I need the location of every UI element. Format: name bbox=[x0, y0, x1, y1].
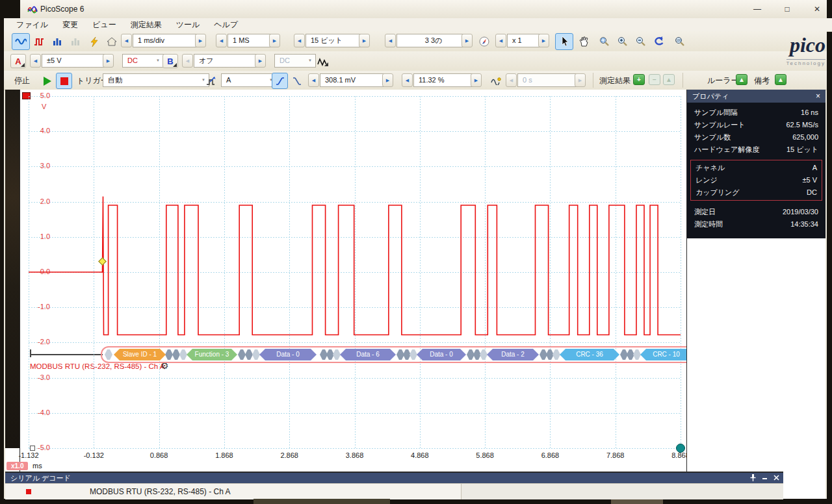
signal-generator-button[interactable] bbox=[313, 53, 332, 70]
timebase-prev-arrow[interactable]: ◀ bbox=[121, 34, 132, 47]
buffer-position-field[interactable]: 3 3の bbox=[396, 34, 471, 47]
axis-offset-handle[interactable] bbox=[30, 446, 35, 451]
add-measurement-button[interactable]: + bbox=[633, 74, 645, 85]
menu-item-3[interactable]: 測定結果 bbox=[124, 18, 169, 31]
trigger-marker-diamond[interactable] bbox=[98, 257, 107, 266]
trigger-level-down-arrow[interactable]: ◀ bbox=[308, 73, 319, 87]
serial-decode-tab[interactable]: MODBUS RTU (RS-232, RS-485) - Ch A bbox=[5, 484, 462, 499]
falling-edge-button[interactable] bbox=[289, 73, 305, 89]
range-b-select[interactable]: オフ ▼ bbox=[194, 54, 264, 68]
hand-tool-button[interactable] bbox=[575, 33, 593, 50]
timebase-select[interactable]: 1 ms/div ▼ bbox=[133, 34, 204, 47]
zoom-in-button[interactable] bbox=[614, 33, 632, 50]
decode-frame-bubble[interactable]: Function - 3 bbox=[187, 349, 237, 360]
home-button[interactable] bbox=[103, 33, 121, 50]
marquee-zoom-button[interactable] bbox=[595, 33, 614, 50]
buffer-next-arrow[interactable]: ▶ bbox=[462, 34, 473, 47]
decode-frame-bubble[interactable]: Data - 0 bbox=[259, 349, 317, 360]
menu-item-5[interactable]: ヘルプ bbox=[207, 18, 245, 31]
decode-frame-bubble[interactable]: Data - 2 bbox=[487, 349, 539, 360]
decode-frame-bubble[interactable]: CRC - 36 bbox=[560, 349, 619, 360]
pretrigger-up-arrow[interactable]: ▶ bbox=[471, 73, 482, 87]
delay-up-arrow: ▶ bbox=[575, 73, 586, 87]
spectrum-bars-icon bbox=[53, 37, 62, 46]
toolbar-separator bbox=[593, 73, 593, 88]
menu-item-2[interactable]: ビュー bbox=[85, 18, 124, 31]
menu-item-1[interactable]: 変更 bbox=[55, 18, 85, 31]
buffer-navigator-button[interactable] bbox=[476, 33, 492, 49]
x-axis-label: 4.868 bbox=[400, 451, 439, 459]
timebase-next-arrow[interactable]: ▶ bbox=[195, 34, 206, 47]
decode-frame-bubble[interactable]: CRC - 10 bbox=[640, 349, 692, 360]
property-row: レンジ±5 V bbox=[691, 174, 822, 186]
zoom-factor-value: x 1 bbox=[512, 36, 522, 44]
resolution-next-arrow[interactable]: ▶ bbox=[359, 34, 370, 47]
resolution-prev-arrow[interactable]: ◀ bbox=[294, 34, 305, 47]
decode-frame-bubble[interactable]: Slave ID - 1 bbox=[114, 349, 166, 360]
trigger-level-up-arrow[interactable]: ▶ bbox=[382, 73, 393, 87]
serial-decode-header[interactable]: シリアル デコード bbox=[5, 473, 783, 483]
scope-plot[interactable]: MODBUS RTU (RS-232, RS-485) - Ch A ⚙ 5.0… bbox=[20, 90, 687, 473]
close-icon[interactable] bbox=[774, 474, 779, 481]
trigger-delay-button[interactable] bbox=[488, 73, 504, 89]
trigger-mode-select[interactable]: 自動 ▼ bbox=[103, 73, 209, 87]
range-b-next-arrow[interactable]: ▶ bbox=[255, 54, 266, 68]
x-axis-multiplier-badge[interactable]: x1.0 bbox=[6, 462, 28, 470]
property-value: 625,000 bbox=[792, 131, 818, 144]
pointer-tool-button[interactable] bbox=[555, 33, 573, 50]
range-a-prev-arrow[interactable]: ◀ bbox=[30, 54, 41, 68]
samples-next-arrow[interactable]: ▶ bbox=[269, 34, 280, 47]
coupling-a-select[interactable]: DC ▼ bbox=[122, 54, 164, 68]
property-row: サンプルレート62.5 MS/s bbox=[687, 119, 826, 131]
rising-edge-button[interactable] bbox=[272, 73, 288, 89]
window-title: PicoScope 6 bbox=[40, 5, 84, 14]
y-axis-label: 2.0 bbox=[31, 197, 50, 205]
pretrigger-down-arrow[interactable]: ◀ bbox=[402, 73, 413, 87]
minimize-button[interactable]: — bbox=[746, 3, 768, 16]
y-axis-label: -3.0 bbox=[31, 373, 50, 381]
properties-close-icon[interactable]: × bbox=[816, 90, 820, 103]
pin-icon[interactable] bbox=[750, 474, 756, 481]
close-button[interactable]: ✕ bbox=[806, 3, 828, 16]
rulers-button[interactable]: ▲ bbox=[736, 74, 748, 85]
rising-edge-icon bbox=[276, 77, 285, 86]
menu-item-0[interactable]: ファイル bbox=[9, 18, 55, 31]
stop-button[interactable] bbox=[56, 73, 72, 89]
samples-prev-arrow[interactable]: ◀ bbox=[216, 34, 227, 47]
property-value: ±5 V bbox=[802, 174, 817, 186]
x-axis-label: 0.868 bbox=[140, 451, 179, 459]
collapse-icon[interactable] bbox=[762, 474, 768, 481]
trigger-mode-value: 自動 bbox=[108, 76, 122, 84]
zoom-100-button[interactable]: 100 bbox=[671, 33, 689, 50]
property-value: DC bbox=[807, 186, 817, 199]
maximize-button[interactable]: □ bbox=[776, 3, 798, 16]
channel-a-badge[interactable]: A bbox=[10, 54, 26, 68]
trigger-level-field[interactable]: 308.1 mV bbox=[320, 73, 391, 87]
pretrigger-field[interactable]: 11.32 % bbox=[413, 73, 480, 87]
buffer-prev-arrow[interactable]: ◀ bbox=[385, 34, 396, 47]
run-button[interactable] bbox=[39, 73, 55, 89]
undo-zoom-button[interactable] bbox=[650, 33, 668, 50]
range-a-next-arrow[interactable]: ▶ bbox=[103, 54, 114, 68]
advanced-trigger-button[interactable] bbox=[203, 73, 219, 89]
notes-button[interactable]: ▲ bbox=[775, 74, 786, 85]
range-a-select[interactable]: ±5 V ▼ bbox=[42, 54, 112, 68]
decode-frame-bubble[interactable]: Data - 6 bbox=[340, 349, 396, 360]
properties-title: プロパティ bbox=[692, 90, 729, 103]
zoom-out-button[interactable] bbox=[632, 33, 650, 50]
zoom-next-arrow[interactable]: ▶ bbox=[538, 34, 549, 47]
zoom-prev-arrow[interactable]: ◀ bbox=[495, 34, 506, 47]
quick-setup-button[interactable] bbox=[84, 33, 103, 50]
decoder-name-label[interactable]: MODBUS RTU (RS-232, RS-485) - Ch A bbox=[30, 362, 164, 370]
properties-sampling-group: サンプル間隔16 nsサンプルレート62.5 MS/sサンプル数625,000ハ… bbox=[687, 103, 826, 157]
serial-decode-title: シリアル デコード bbox=[10, 474, 71, 482]
decode-frame-bubble[interactable]: Data - 0 bbox=[417, 349, 466, 360]
spectrum-mode-button[interactable] bbox=[48, 33, 66, 50]
trigger-source-select[interactable]: A ▼ bbox=[221, 73, 277, 87]
x-axis-unit-label: ms bbox=[32, 462, 42, 470]
persistence-mode-button[interactable] bbox=[30, 33, 48, 50]
ruler-handle-dot[interactable] bbox=[676, 444, 685, 453]
menu-item-4[interactable]: ツール bbox=[169, 18, 207, 31]
channel-b-badge[interactable]: B bbox=[162, 54, 178, 68]
scope-view-button[interactable] bbox=[12, 33, 30, 50]
